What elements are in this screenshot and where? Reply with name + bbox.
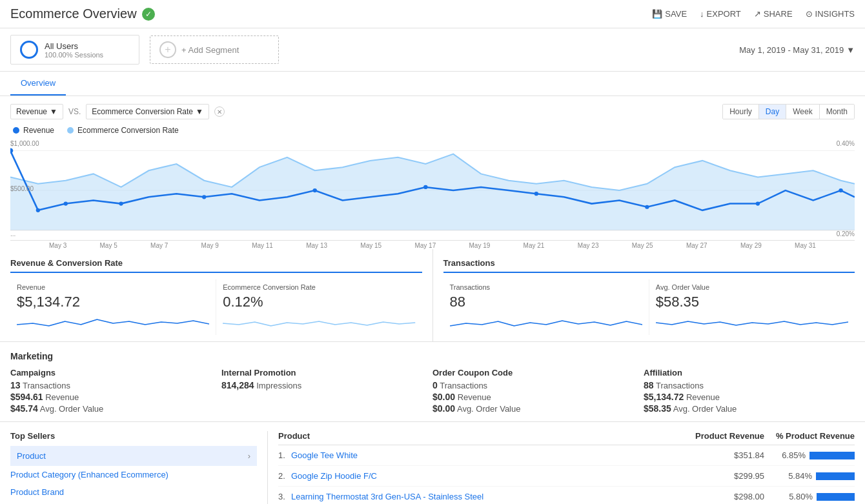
header-left: Ecommerce Overview ✓: [10, 6, 155, 21]
conversion-label: Ecommerce Conversion Rate: [223, 283, 415, 291]
product-name-link[interactable]: Learning Thermostat 3rd Gen-USA - Stainl…: [291, 492, 674, 501]
chart-area: $1,000.00 $500.00 ... 0.40% 0.20%: [10, 137, 855, 241]
svg-point-11: [645, 205, 649, 209]
product-pct-wrap: 6.85%: [764, 450, 855, 460]
revenue-group-title: Revenue & Conversion Rate: [10, 258, 422, 273]
product-name-link[interactable]: Google Zip Hoodie F/C: [291, 471, 674, 481]
add-segment-circle: +: [159, 41, 176, 58]
day-button[interactable]: Day: [759, 105, 786, 119]
date-range-picker[interactable]: May 1, 2019 - May 31, 2019 ▼: [739, 45, 855, 55]
table-row: 2. Google Zip Hoodie F/C $299.95 5.84%: [278, 466, 855, 487]
segment-icon: [20, 41, 38, 59]
revenue-cards: Revenue $5,134.72 Ecommerce Conversion R…: [10, 279, 422, 335]
coupon-val-2: $0.00: [432, 403, 455, 414]
coupon-val-0: 0: [432, 380, 438, 390]
page-title: Ecommerce Overview: [10, 6, 137, 21]
product-table-header: Product Product Revenue % Product Revenu…: [278, 431, 855, 445]
metric2-select[interactable]: Ecommerce Conversion Rate ▼: [86, 104, 209, 119]
product-pct-wrap: 5.84%: [764, 471, 855, 481]
chart-svg: [10, 137, 855, 240]
avg-order-card: Avg. Order Value $58.35: [649, 279, 855, 335]
bottom-section: Top Sellers Product › Product Category (…: [0, 422, 865, 504]
week-button[interactable]: Week: [786, 105, 819, 119]
svg-point-10: [534, 192, 538, 196]
tab-overview[interactable]: Overview: [10, 72, 66, 96]
coupon-col: Order Coupon Code 0 Transactions $0.00 R…: [432, 368, 644, 415]
internal-promo-val: 814,284: [221, 380, 254, 390]
affiliation-stat-1: $5,134.72 Revenue: [644, 392, 842, 402]
share-icon: ↗: [754, 9, 761, 19]
primary-segment[interactable]: All Users 100.00% Sessions: [10, 35, 139, 65]
campaigns-val-1: $594.61: [10, 392, 43, 402]
chart-x-labels: May 3 May 5 May 7 May 9 May 11 May 13 Ma…: [10, 241, 855, 249]
product-rank: 3.: [278, 492, 291, 501]
affiliation-val-0: 88: [644, 380, 654, 390]
product-revenue: $298.00: [674, 492, 764, 501]
hourly-button[interactable]: Hourly: [723, 105, 759, 119]
product-revenue: $299.95: [674, 471, 764, 481]
metric2-caret-icon: ▼: [196, 107, 203, 116]
save-icon: 💾: [652, 9, 662, 19]
y-label-mid: $500.00: [10, 185, 49, 192]
add-segment-label: + Add Segment: [181, 45, 239, 55]
chart-legend: Revenue Ecommerce Conversion Rate: [10, 126, 855, 135]
transactions-cards: Transactions 88 Avg. Order Value $58.35: [443, 279, 855, 335]
y-label-top: $1,000.00: [10, 140, 49, 147]
affiliation-stat-2: $58.35 Avg. Order Value: [644, 403, 842, 414]
campaigns-val-0: 13: [10, 380, 21, 390]
segment-text: All Users 100.00% Sessions: [45, 41, 103, 59]
vs-label: VS.: [68, 107, 81, 116]
product-pct-wrap: 5.80%: [764, 492, 855, 501]
legend-revenue: Revenue: [13, 126, 54, 135]
product-pct: 5.84%: [788, 471, 812, 481]
remove-metric-button[interactable]: ✕: [214, 106, 225, 117]
export-button[interactable]: ↓ EXPORT: [700, 9, 741, 19]
revenue-value: $5,134.72: [17, 294, 209, 310]
seller-brand-link[interactable]: Product Brand: [10, 483, 257, 501]
seller-product-label: Product: [17, 451, 46, 461]
marketing-title: Marketing: [10, 351, 855, 361]
marketing-grid: Campaigns 13 Transactions $594.61 Revenu…: [10, 368, 855, 415]
coupon-stat-1: $0.00 Revenue: [432, 392, 631, 402]
product-rank: 2.: [278, 471, 291, 481]
seller-arrow-icon: ›: [248, 451, 250, 461]
svg-point-7: [202, 195, 206, 199]
coupon-val-1: $0.00: [432, 392, 455, 402]
metric1-caret-icon: ▼: [50, 107, 57, 116]
top-sellers-title: Top Sellers: [10, 431, 257, 441]
seller-product-item[interactable]: Product ›: [10, 446, 257, 466]
product-name-link[interactable]: Google Tee White: [291, 450, 674, 460]
header: Ecommerce Overview ✓ 💾 SAVE ↓ EXPORT ↗ S…: [0, 0, 865, 28]
svg-point-9: [423, 185, 427, 189]
add-segment-button[interactable]: + + Add Segment: [150, 35, 279, 64]
revenue-card: Revenue $5,134.72: [10, 279, 216, 335]
pct-bar: [816, 472, 855, 480]
metric1-label: Revenue: [16, 107, 47, 116]
table-row: 3. Learning Thermostat 3rd Gen-USA - Sta…: [278, 487, 855, 504]
affiliation-label: Affiliation: [644, 368, 842, 378]
avg-order-value: $58.35: [656, 294, 848, 310]
seller-category-link[interactable]: Product Category (Enhanced Ecommerce): [10, 466, 257, 483]
y-right-top: 0.40%: [822, 140, 855, 147]
share-button[interactable]: ↗ SHARE: [754, 9, 793, 19]
campaigns-val-2: $45.74: [10, 403, 38, 414]
pct-bar: [817, 493, 855, 501]
y-label-bot: ...: [10, 230, 49, 237]
coupon-stat-0: 0 Transactions: [432, 380, 631, 390]
segment-name: All Users: [45, 41, 103, 51]
conversion-sparkline: [223, 312, 415, 331]
marketing-section: Marketing Campaigns 13 Transactions $594…: [0, 342, 865, 422]
chart-y-right: 0.40% 0.20%: [822, 137, 855, 240]
coupon-label: Order Coupon Code: [432, 368, 631, 378]
month-button[interactable]: Month: [820, 105, 854, 119]
svg-point-12: [756, 202, 760, 206]
transactions-group: Transactions Transactions 88 Avg. Order …: [433, 249, 866, 341]
header-actions: 💾 SAVE ↓ EXPORT ↗ SHARE ⊙ INSIGHTS: [652, 9, 855, 19]
export-icon: ↓: [700, 9, 704, 19]
metric1-select[interactable]: Revenue ▼: [10, 104, 63, 119]
insights-button[interactable]: ⊙ INSIGHTS: [806, 9, 855, 19]
transactions-sparkline: [450, 312, 642, 331]
campaigns-stat-2: $45.74 Avg. Order Value: [10, 403, 209, 414]
save-button[interactable]: 💾 SAVE: [652, 9, 687, 19]
metric2-label: Ecommerce Conversion Rate: [92, 107, 193, 116]
